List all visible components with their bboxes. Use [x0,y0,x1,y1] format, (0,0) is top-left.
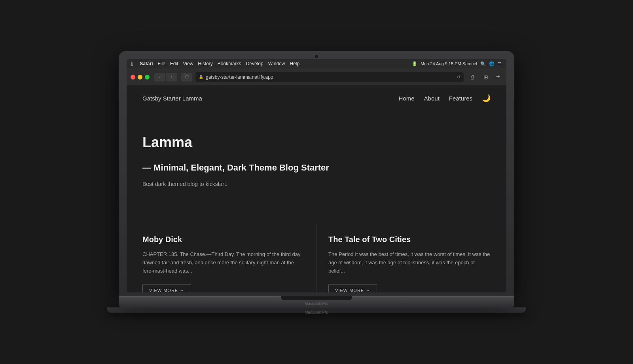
menu-window[interactable]: Window [268,61,285,66]
menu-view[interactable]: View [183,61,193,66]
toolbar-actions: ⎙ ⊞ + [467,73,502,82]
menu-file[interactable]: File [157,61,165,66]
sidebar-toggle-button[interactable]: ⊟ [181,73,192,82]
forward-button[interactable]: › [166,73,177,82]
nav-buttons: ‹ › [154,73,177,82]
menu-develop[interactable]: Develop [246,61,263,66]
post-card-2: The Tale of Two Cities The Period It was… [316,223,491,292]
minimize-button[interactable] [138,75,142,80]
clock-date: Mon 24 Aug 9:15 PM Samuel [421,61,477,66]
close-button[interactable] [131,75,135,80]
status-bar-right: 🔋 Mon 24 Aug 9:15 PM Samuel 🔍 🌐 ☰ [412,61,502,66]
menu-bookmarks[interactable]: Bookmarks [218,61,241,66]
site-logo[interactable]: Gatsby Starter Lamma [142,95,202,102]
new-tab-button[interactable]: ⊞ [480,73,491,82]
post-title-2: The Tale of Two Cities [328,235,491,244]
macbook-label: MacBook Pro [305,301,328,306]
menu-items: Safari File Edit View History Bookmarks … [140,61,299,66]
hero-subtitle: — Minimal, Elegant, Dark Theme Blog Star… [142,163,491,173]
screen:  Safari File Edit View History Bookmark… [127,59,506,292]
apple-icon[interactable]:  [131,61,133,67]
wifi-icon: 🌐 [489,61,495,66]
view-more-button-1[interactable]: VIEW MORE → [142,284,191,292]
menu-help[interactable]: Help [290,61,299,66]
lock-icon: 🔒 [199,75,203,79]
dark-mode-toggle[interactable]: 🌙 [482,94,491,102]
menu-safari[interactable]: Safari [140,61,153,66]
list-icon[interactable]: ☰ [498,61,502,66]
battery-icon: 🔋 [412,61,417,66]
laptop-base: MacBook Pro [119,296,514,307]
view-more-button-2[interactable]: VIEW MORE → [328,284,377,292]
address-bar[interactable]: 🔒 gatsby-starter-lamma.netlify.app ↺ [195,72,464,82]
hero-title: Lamma [142,134,491,151]
hinge-notch [281,296,352,300]
url-text: gatsby-starter-lamma.netlify.app [206,74,273,80]
search-icon[interactable]: 🔍 [480,61,486,66]
website-content: Gatsby Starter Lamma Home About Features… [127,86,506,292]
menu-history[interactable]: History [198,61,212,66]
posts-grid: Moby Dick CHAPTER 135. The Chase.—Third … [142,223,491,292]
camera [315,55,318,58]
hero-section: Lamma — Minimal, Elegant, Dark Theme Blo… [127,110,506,223]
add-tab-icon[interactable]: + [494,73,502,82]
nav-home[interactable]: Home [399,95,415,102]
site-nav: Gatsby Starter Lamma Home About Features… [127,86,506,110]
macos-menubar:  Safari File Edit View History Bookmark… [127,59,506,68]
post-title-1: Moby Dick [142,235,304,244]
hero-description: Best dark themed blog to kickstart. [142,181,491,187]
laptop-body:  Safari File Edit View History Bookmark… [119,51,514,296]
traffic-lights [131,75,150,80]
macbook-bottom-label: MacBook Pro [305,310,328,315]
share-button[interactable]: ⎙ [467,73,478,82]
back-button[interactable]: ‹ [154,73,165,82]
maximize-button[interactable] [145,75,150,80]
post-card-1: Moby Dick CHAPTER 135. The Chase.—Third … [142,223,316,292]
nav-about[interactable]: About [424,95,440,102]
post-excerpt-2: The Period It was the best of times, it … [328,250,491,275]
site-nav-links: Home About Features 🌙 [399,94,491,102]
safari-toolbar: ‹ › ⊟ 🔒 gatsby-starter-lamma.netlify.app… [127,68,506,86]
post-excerpt-1: CHAPTER 135. The Chase.—Third Day. The m… [142,250,304,275]
nav-features[interactable]: Features [449,95,472,102]
reload-button[interactable]: ↺ [457,74,461,80]
menu-edit[interactable]: Edit [170,61,178,66]
laptop-foot: MacBook Pro [107,307,526,313]
